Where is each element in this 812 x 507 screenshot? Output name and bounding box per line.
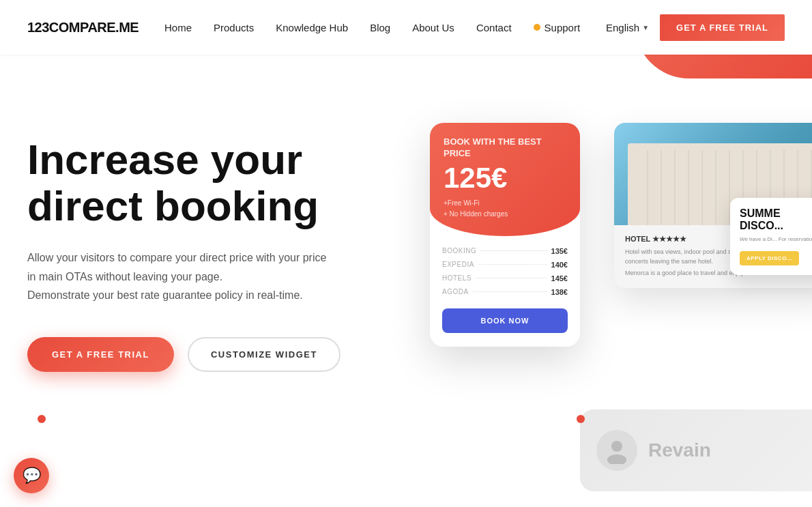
booking-card-body: BOOKING 135€ EXPEDIA 140€ HOTELS 145€ AG…	[430, 236, 580, 347]
hero-desc-line2: in main OTAs without leaving your page.	[27, 271, 222, 283]
hero-content-left: Increase your direct booking Allow your …	[27, 82, 340, 372]
get-free-trial-button[interactable]: GET A FREE TRIAL	[27, 337, 174, 372]
booking-dots-3	[476, 278, 547, 278]
summer-apply-button[interactable]: APPLY DISCO...	[740, 251, 799, 265]
booking-card: BOOK WITH THE BEST PRICE 125€ +Free Wi-F…	[430, 123, 580, 347]
chat-icon: 💬	[23, 467, 41, 484]
nav-right: English ▼ GET A FREE TRIAL	[606, 14, 785, 41]
booking-dots-2	[478, 264, 547, 265]
navbar: 123COMPARE.ME Home Products Knowledge Hu…	[0, 0, 812, 55]
book-now-button[interactable]: BOOK NOW	[442, 308, 568, 333]
bottom-dot-left	[38, 415, 46, 423]
hero-title: Increase your direct booking	[27, 136, 340, 229]
nav-blog[interactable]: Blog	[370, 22, 390, 33]
nav-support-label: Support	[545, 22, 581, 33]
booking-row-agoda: AGODA 138€	[442, 288, 568, 296]
revain-section: Revain	[580, 409, 812, 491]
perk1: +Free Wi-Fi	[444, 198, 566, 209]
svg-point-0	[611, 441, 622, 452]
revain-brand-label: Revain	[648, 439, 711, 461]
language-selector[interactable]: English ▼	[606, 22, 649, 33]
booking-card-price: 125€	[444, 164, 566, 192]
summer-popup-title: SUMMEDISCO...	[740, 207, 812, 231]
perk2: + No Hidden charges	[444, 209, 566, 220]
nav-home[interactable]: Home	[164, 22, 192, 33]
customize-widget-button[interactable]: CUSTOMIZE WIDGET	[188, 337, 340, 372]
nav-about-us[interactable]: About Us	[412, 22, 454, 33]
booking-dots-4	[473, 291, 547, 292]
revain-person-icon	[603, 437, 630, 464]
hero-section: Increase your direct booking Allow your …	[0, 55, 812, 505]
booking-row-booking: BOOKING 135€	[442, 247, 568, 255]
nav-knowledge-hub[interactable]: Knowledge Hub	[276, 22, 348, 33]
language-label: English	[606, 22, 639, 33]
hero-title-line2: direct booking	[27, 182, 319, 229]
hero-desc-line1: Allow your visitors to compare your dire…	[27, 252, 326, 263]
booking-card-perks: +Free Wi-Fi + No Hidden charges	[444, 198, 566, 220]
hero-title-line1: Increase your	[27, 136, 302, 183]
bottom-dot-right	[577, 415, 585, 423]
chevron-down-icon: ▼	[642, 24, 649, 31]
hero-desc-line3: Demonstrate your best rate guarantee pol…	[27, 289, 303, 301]
hero-description: Allow your visitors to compare your dire…	[27, 248, 340, 304]
support-status-dot	[534, 24, 540, 31]
laptop-hotel-section: HOTEL ★★★★★ Hotel with sea views, indoor…	[614, 123, 812, 288]
booking-row-expedia: EXPEDIA 140€	[442, 261, 568, 269]
nav-support[interactable]: Support	[534, 22, 581, 33]
booking-row-hotels: HOTELS 145€	[442, 274, 568, 283]
chat-bubble-button[interactable]: 💬	[14, 458, 49, 493]
summer-discount-popup: SUMMEDISCO... We have a Di... For reserv…	[730, 198, 812, 275]
hero-buttons: GET A FREE TRIAL CUSTOMIZE WIDGET	[27, 337, 340, 372]
nav-contact[interactable]: Contact	[476, 22, 512, 33]
booking-card-header: BOOK WITH THE BEST PRICE 125€ +Free Wi-F…	[430, 123, 580, 236]
nav-cta-button[interactable]: GET A FREE TRIAL	[660, 14, 785, 41]
revain-icon	[596, 430, 637, 471]
summer-popup-desc: We have a Di... For reservatio...	[740, 235, 812, 244]
booking-card-title: BOOK WITH THE BEST PRICE	[444, 136, 566, 160]
brand-logo[interactable]: 123COMPARE.ME	[27, 20, 139, 35]
svg-point-1	[607, 454, 626, 464]
nav-links: Home Products Knowledge Hub Blog About U…	[164, 22, 580, 33]
booking-dots	[480, 250, 547, 251]
nav-products[interactable]: Products	[214, 22, 254, 33]
